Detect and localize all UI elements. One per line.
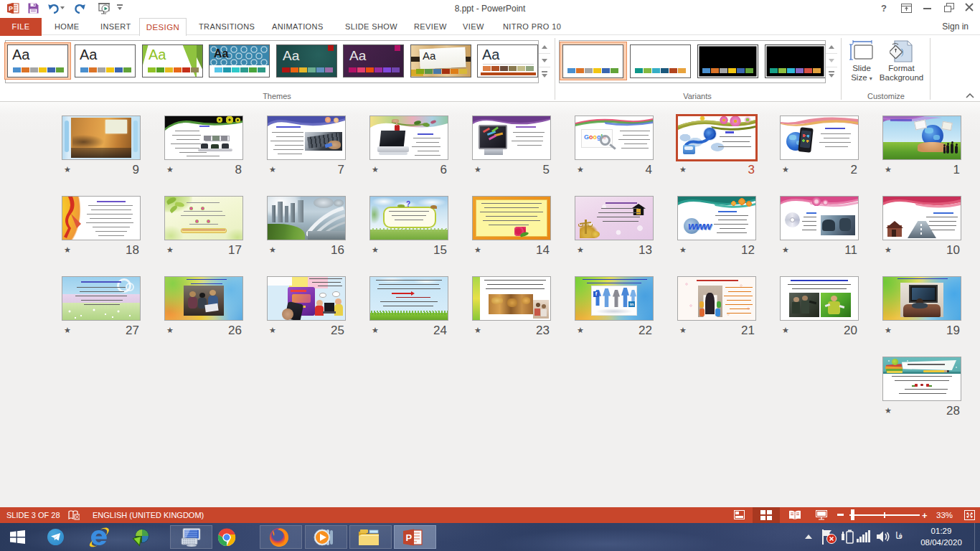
svg-text:P: P (406, 532, 413, 543)
